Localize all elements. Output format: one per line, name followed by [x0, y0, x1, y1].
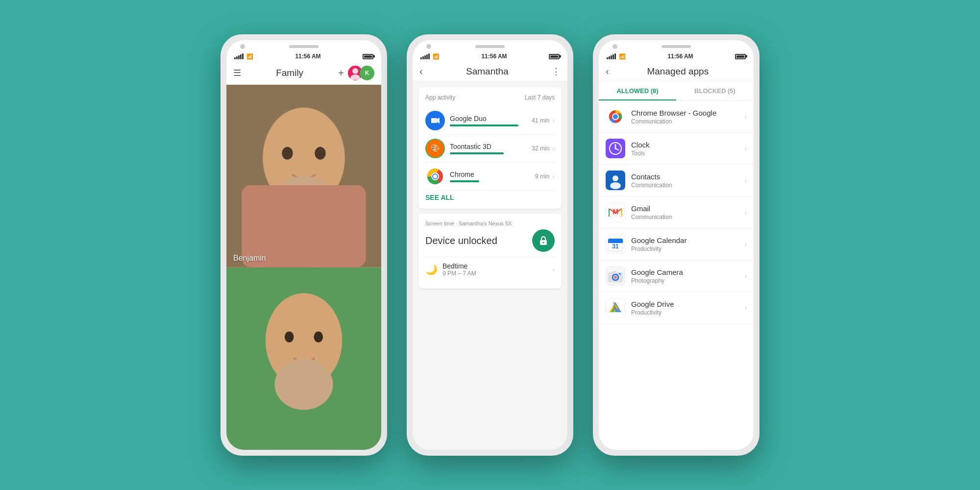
svg-point-11 — [314, 331, 323, 342]
drive-info: Google Drive Productivity — [631, 300, 744, 316]
managed-header: ‹ Managed apps — [599, 62, 754, 81]
activity-header: App activity Last 7 days — [425, 94, 555, 101]
bedtime-row[interactable]: 🌙 Bedtime 9 PM – 7 AM › — [425, 257, 555, 282]
toontastic-icon: 🎨 — [425, 139, 445, 158]
status-time: 11:56 AM — [295, 53, 320, 60]
chrome-browser-info: Chrome Browser - Google Communication — [631, 109, 744, 125]
duo-icon — [425, 111, 445, 130]
toontastic-time: 32 min — [532, 145, 549, 152]
battery-icon — [363, 54, 373, 59]
activity-label: App activity — [425, 94, 455, 101]
app-item-contacts[interactable]: Contacts Communication › — [599, 165, 754, 196]
contacts-name: Contacts — [631, 172, 744, 181]
chrome-browser-category: Communication — [631, 118, 744, 125]
svg-text:🎨: 🎨 — [430, 144, 440, 153]
chrome-activity-chevron: › — [552, 172, 555, 180]
back-button[interactable]: ‹ — [419, 66, 423, 77]
avatar-group: K — [348, 66, 374, 80]
front-camera — [240, 44, 245, 49]
see-all-button[interactable]: SEE ALL — [425, 194, 454, 201]
svg-point-5 — [315, 147, 325, 160]
chrome-browser-name: Chrome Browser - Google — [631, 109, 744, 117]
status-bar-3: 📶 11:56 AM — [599, 51, 754, 62]
status-left: 📶 — [234, 53, 253, 60]
family-title: Family — [241, 68, 338, 78]
contacts-category: Communication — [631, 182, 744, 189]
status-bar-2: 📶 11:56 AM — [413, 51, 567, 62]
child-card-2[interactable] — [226, 268, 381, 450]
gmail-icon: M — [606, 202, 625, 222]
app-item-duo[interactable]: Google Duo 41 min › — [425, 107, 555, 135]
toontastic-name: Toontastic 3D — [450, 143, 532, 150]
gmail-info: Gmail Communication — [631, 204, 744, 220]
status-time-2: 11:56 AM — [481, 53, 507, 60]
toontastic-info: Toontastic 3D — [450, 143, 532, 154]
app-item-camera[interactable]: Google Camera Photography › — [599, 260, 754, 292]
svg-text:M: M — [612, 208, 618, 216]
app-item-calendar[interactable]: 31 Google Calendar Productivity › — [599, 228, 754, 260]
svg-text:31: 31 — [612, 243, 619, 250]
tab-blocked[interactable]: BLOCKED (5) — [676, 81, 754, 100]
wifi-icon-2: 📶 — [433, 53, 440, 60]
menu-icon[interactable]: ☰ — [233, 68, 241, 78]
drive-category: Productivity — [631, 309, 744, 316]
svg-point-46 — [614, 276, 617, 279]
app-item-clock[interactable]: Clock Tools › — [599, 133, 754, 165]
drive-icon — [606, 298, 625, 318]
chrome-info: Chrome — [450, 171, 535, 182]
clock-name: Clock — [631, 141, 744, 149]
svg-point-35 — [610, 182, 621, 189]
gmail-chevron: › — [744, 208, 747, 216]
signal-icon-3 — [607, 53, 616, 59]
toontastic-bar — [450, 152, 504, 154]
duo-info: Google Duo — [450, 115, 532, 126]
header-actions: + K — [338, 66, 374, 80]
app-item-drive[interactable]: Google Drive Productivity › — [599, 292, 754, 324]
svg-point-4 — [282, 147, 293, 160]
signal-icon — [234, 53, 244, 59]
tabs-row: ALLOWED (8) BLOCKED (5) — [599, 81, 754, 101]
duo-time: 41 min — [532, 117, 549, 124]
svg-point-48 — [619, 273, 621, 275]
svg-point-23 — [543, 242, 544, 244]
app-item-chrome[interactable]: Chrome 9 min › — [425, 163, 555, 191]
moon-icon: 🌙 — [425, 264, 438, 275]
battery-icon-2 — [549, 54, 560, 59]
clock-info: Clock Tools — [631, 141, 744, 157]
more-options-button[interactable]: ⋮ — [552, 66, 561, 77]
child-photo-1: Benjamin — [226, 85, 381, 268]
lock-button[interactable] — [532, 229, 555, 252]
contacts-info: Contacts Communication — [631, 172, 744, 189]
svg-point-21 — [433, 174, 437, 178]
tab-allowed[interactable]: ALLOWED (8) — [599, 81, 676, 100]
signal-icon-2 — [420, 53, 430, 59]
camera-icon — [606, 266, 625, 286]
managed-back-button[interactable]: ‹ — [606, 66, 609, 77]
child-card-benjamin[interactable]: Benjamin — [226, 85, 381, 268]
managed-title: Managed apps — [609, 66, 747, 77]
speaker-3 — [662, 45, 691, 48]
status-time-3: 11:56 AM — [667, 53, 693, 60]
app-item-gmail[interactable]: M Gmail Communication › — [599, 196, 754, 228]
calendar-name: Google Calendar — [631, 236, 744, 245]
chrome-time: 9 min — [535, 173, 549, 180]
contacts-icon — [606, 171, 625, 190]
drive-name: Google Drive — [631, 300, 744, 308]
duo-bar — [450, 124, 518, 126]
app-item-toontastic[interactable]: 🎨 Toontastic 3D 32 min › — [425, 135, 555, 163]
speaker-2 — [475, 45, 505, 48]
front-camera-2 — [426, 44, 431, 49]
calendar-chevron: › — [744, 240, 747, 248]
speaker — [289, 45, 318, 48]
clock-chevron: › — [744, 145, 747, 152]
calendar-category: Productivity — [631, 245, 744, 252]
app-item-chrome-browser[interactable]: Chrome Browser - Google Communication › — [599, 101, 754, 133]
camera-chevron: › — [744, 272, 747, 280]
add-member-button[interactable]: + — [338, 68, 344, 79]
phone-managed-apps: 📶 11:56 AM ‹ Managed apps ALLOWED (8) BL… — [593, 34, 760, 456]
chrome-icon-activity — [425, 167, 445, 186]
chrome-browser-icon — [606, 107, 625, 126]
wifi-icon-3: 📶 — [619, 53, 626, 60]
chrome-browser-chevron: › — [744, 113, 747, 121]
svg-point-27 — [613, 114, 618, 119]
